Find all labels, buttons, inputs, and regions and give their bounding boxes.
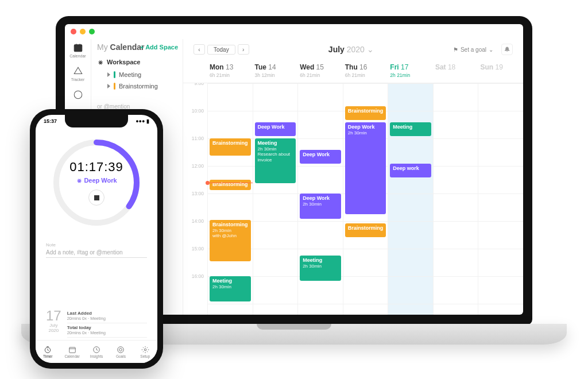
goals-icon (117, 346, 125, 354)
maximize-icon[interactable] (89, 29, 95, 34)
insights-icon (92, 346, 100, 354)
phone-frame: 15:37 ●●● ▮ 01:17:39 ⨳ Deep Work (30, 109, 163, 369)
day-header-mon[interactable]: Mon 136h 21min (207, 60, 253, 83)
day-header-wed[interactable]: Wed 156h 21min (297, 60, 343, 83)
svg-point-10 (118, 346, 124, 353)
sidebar-item-label: Meeting (119, 71, 141, 78)
day-header-fri[interactable]: Fri 172h 21min (388, 60, 433, 83)
rail-insights[interactable] (67, 90, 90, 101)
note-section: Note Add a note, #tag or @mention (46, 242, 147, 258)
tab-calendar[interactable]: Calendar (60, 341, 84, 363)
title-bold: Calendar (110, 42, 145, 52)
hour-label: 10:00 (183, 108, 207, 136)
calendar-event[interactable]: Deep Work (255, 122, 296, 136)
calendar-topbar: ‹ Today › July 2020 ⌄ ⚑ Set a goal ⌄ (183, 39, 523, 60)
mac-window-controls[interactable] (65, 24, 523, 39)
day-column-wed[interactable]: Deep WorkDeep Work2h 30minMeeting2h 30mi… (297, 83, 343, 315)
calendar-event[interactable]: Brainstorming2h 30minwith @John (210, 220, 251, 261)
rail-calendar[interactable]: Calendar (67, 42, 90, 58)
date-nav: ‹ Today › (194, 44, 249, 55)
day-column-thu[interactable]: BrainstormingDeep Work2h 30minBrainstorm… (343, 83, 388, 315)
tab-setup[interactable]: Setup (133, 341, 157, 363)
close-icon[interactable] (71, 29, 76, 34)
phone-screen: 15:37 ●●● ▮ 01:17:39 ⨳ Deep Work (36, 115, 157, 363)
day-columns: BrainstormingBrainstormingBrainstorming2… (207, 83, 523, 315)
day-column-mon[interactable]: BrainstormingBrainstormingBrainstorming2… (207, 83, 253, 315)
rail-label: Calendar (69, 54, 86, 58)
calendar-event[interactable]: Meeting2h 30minResearch about invoice (255, 138, 296, 183)
today-summary: 17 July 2020 Last Added20mins 0x · Meeti… (36, 309, 157, 338)
setup-icon (141, 346, 149, 354)
calendar-event[interactable]: Meeting (390, 122, 431, 136)
day-column-tue[interactable]: Deep WorkMeeting2h 30minResearch about i… (253, 83, 298, 315)
prev-button[interactable]: ‹ (194, 44, 205, 55)
svg-point-12 (144, 349, 146, 351)
date-year: 2020 (46, 328, 61, 333)
color-tag (114, 83, 115, 90)
add-space-button[interactable]: + Add Space (140, 44, 178, 51)
flag-icon: ⚑ (453, 47, 458, 53)
rail-label: Tracker (71, 78, 84, 82)
hour-label: 9:00 (183, 83, 207, 108)
calendar-event[interactable]: Brainstorming (210, 138, 251, 156)
tab-insights[interactable]: Insights (84, 341, 109, 363)
notifications-button[interactable]: 🔔︎ (501, 44, 513, 55)
day-header-sat[interactable]: Sat 18 (433, 60, 478, 83)
set-goal-button[interactable]: ⚑ Set a goal ⌄ (453, 47, 493, 53)
timer-panel: 01:17:39 ⨳ Deep Work Note Add a note, #t… (36, 124, 157, 258)
chevron-down-icon: ⌄ (367, 45, 374, 54)
tab-label: Insights (90, 354, 103, 358)
calendar-event[interactable]: Meeting2h 30min (210, 276, 251, 301)
minimize-icon[interactable] (80, 29, 86, 34)
calendar-event[interactable]: Deep Work2h 30min (345, 122, 386, 214)
tab-timer[interactable]: Timer (36, 341, 60, 363)
workspace-heading[interactable]: ⨳ Workspace (97, 59, 177, 65)
stop-button[interactable] (88, 190, 105, 206)
month-year-label[interactable]: July 2020 ⌄ (257, 45, 445, 54)
workspace-icon: ⨳ (97, 59, 103, 65)
progress-ring: 01:17:39 ⨳ Deep Work (51, 137, 142, 229)
note-heading: Note (46, 242, 147, 247)
date-month: July (46, 323, 61, 328)
sidebar-item-brainstorming[interactable]: Brainstorming (97, 80, 177, 92)
calendar-event[interactable]: Meeting2h 30min (300, 256, 341, 281)
hour-label: 16:00 (183, 273, 207, 301)
calendar-main: ‹ Today › July 2020 ⌄ ⚑ Set a goal ⌄ (183, 39, 523, 315)
calendar-event[interactable]: Brainstorming (210, 180, 251, 190)
tab-label: Calendar (64, 354, 79, 358)
calendar-grid[interactable]: 9:0010:0011:0012:0013:0014:0015:0016:00 … (183, 83, 523, 315)
note-input[interactable]: Add a note, #tag or @mention (46, 247, 147, 258)
calendar-event[interactable]: Deep Work2h 30min (300, 194, 341, 219)
day-column-sun[interactable] (478, 83, 523, 315)
goal-label: Set a goal (461, 47, 486, 53)
sidebar-item-meeting[interactable]: Meeting (97, 69, 177, 80)
calendar-event[interactable]: Deep Work (300, 150, 341, 164)
color-tag (114, 71, 115, 78)
timer-value: 01:17:39 (69, 160, 123, 175)
svg-point-2 (74, 91, 82, 99)
rail-tracker[interactable]: Tracker (67, 66, 90, 82)
stat-lines: Last Added20mins 0x · Meeting Total toda… (67, 309, 147, 338)
day-column-sat[interactable] (433, 83, 478, 315)
hour-label: 14:00 (183, 218, 207, 246)
day-column-fri[interactable]: MeetingDeep work (388, 83, 433, 315)
hour-label: 15:00 (183, 246, 207, 273)
play-icon (107, 72, 110, 77)
day-header-thu[interactable]: Thu 166h 21min (343, 60, 388, 83)
tab-goals[interactable]: Goals (109, 341, 133, 363)
month-label: July (328, 45, 345, 54)
svg-marker-1 (74, 67, 82, 74)
calendar-event[interactable]: Brainstorming (345, 223, 386, 237)
time-axis: 9:0010:0011:0012:0013:0014:0015:0016:00 (183, 83, 207, 315)
day-header-tue[interactable]: Tue 143h 12min (253, 60, 298, 83)
day-header-sun[interactable]: Sun 19 (478, 60, 523, 83)
calendar-icon (73, 42, 83, 53)
svg-rect-0 (74, 45, 82, 52)
today-button[interactable]: Today (207, 45, 235, 55)
calendar-event[interactable]: Deep work (390, 164, 431, 177)
year-label: 2020 (347, 45, 365, 54)
calendar-event[interactable]: Brainstorming (345, 106, 386, 120)
hour-label: 12:00 (183, 163, 207, 191)
next-button[interactable]: › (238, 44, 249, 55)
workspace-label: Workspace (107, 59, 141, 65)
